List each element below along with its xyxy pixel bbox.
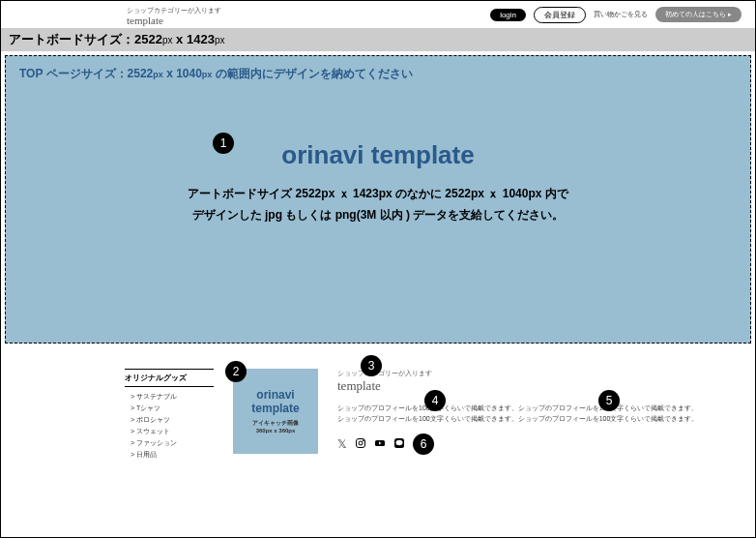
shop-detail: 3 ショップカテゴリーが入ります template 4 5 ショップのプロフィー… [337,369,738,461]
template-text: template [127,15,221,27]
youtube-icon[interactable] [374,437,386,452]
first-time-button[interactable]: 初めての人はこちら ▸ [655,7,741,22]
sidebar-item[interactable]: > サステナブル [125,391,214,403]
hero-desc: アートボードサイズ 2522px ｘ 1423px のなかに 2522px ｘ … [19,184,737,225]
detail-profile: ショップのプロフィールを100文字くらいで掲載できます。ショップのプロフィールを… [337,404,738,424]
sidebar-item[interactable]: > 日用品 [125,449,214,461]
marker-4: 4 [424,390,446,411]
x-icon[interactable]: 𝕏 [337,437,347,451]
line-icon[interactable] [393,437,405,452]
category-text: ショップカテゴリーが入ります [127,7,221,15]
eyecatch-thumb: 2 orinavi template アイキャッチ画像 360px x 360p… [233,369,318,454]
marker-2: 2 [225,361,247,382]
sidebar-title: オリジナルグッズ [125,369,214,387]
svg-point-2 [363,439,363,440]
sidebar: オリジナルグッズ > サステナブル > Tシャツ > ポロシャツ > スウェット… [125,369,214,461]
marker-6: 6 [413,433,434,455]
hero-area: TOP ページサイズ：2522px x 1040px の範囲内にデザインを納めて… [5,55,751,344]
svg-point-1 [359,441,363,445]
sidebar-item[interactable]: > スウェット [125,426,214,437]
thumb-caption: アイキャッチ画像 [252,419,299,428]
marker-3: 3 [361,355,382,376]
hero-top-note: TOP ページサイズ：2522px x 1040px の範囲内にデザインを納めて… [19,66,737,82]
sidebar-item[interactable]: > Tシャツ [125,403,214,414]
top-bar: ショップカテゴリーが入ります template login 会員登録 買い物かご… [1,1,755,28]
social-icons: 𝕏 6 [337,433,738,455]
svg-point-5 [396,439,403,445]
instagram-icon[interactable] [355,437,366,452]
thumb-title: orinavi template [233,389,318,414]
marker-5: 5 [598,390,620,411]
thumb-size: 360px x 360px [256,428,296,433]
shop-label: ショップカテゴリーが入ります template [127,7,221,28]
hero-title: orinavi template [19,140,737,170]
register-button[interactable]: 会員登録 [534,7,586,23]
artboard-size-label: アートボードサイズ：2522px x 1423px [1,28,755,51]
sidebar-item[interactable]: > ポロシャツ [125,414,214,426]
marker-1: 1 [213,133,234,154]
sidebar-item[interactable]: > ファッション [125,437,214,449]
login-button[interactable]: login [490,9,526,21]
cart-link[interactable]: 買い物かごを見る [594,10,648,19]
detail-name: template [337,378,738,394]
detail-category: ショップカテゴリーが入ります [337,369,738,378]
